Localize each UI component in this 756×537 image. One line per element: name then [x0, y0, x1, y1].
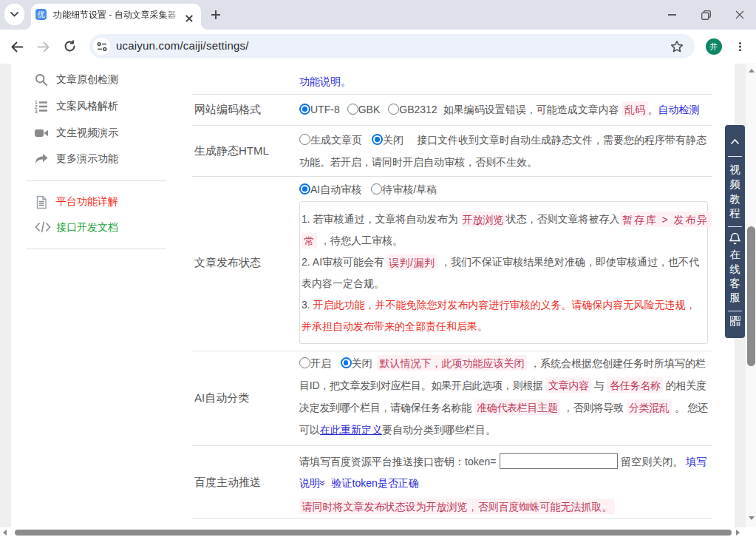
svg-text:3: 3 — [35, 109, 38, 113]
